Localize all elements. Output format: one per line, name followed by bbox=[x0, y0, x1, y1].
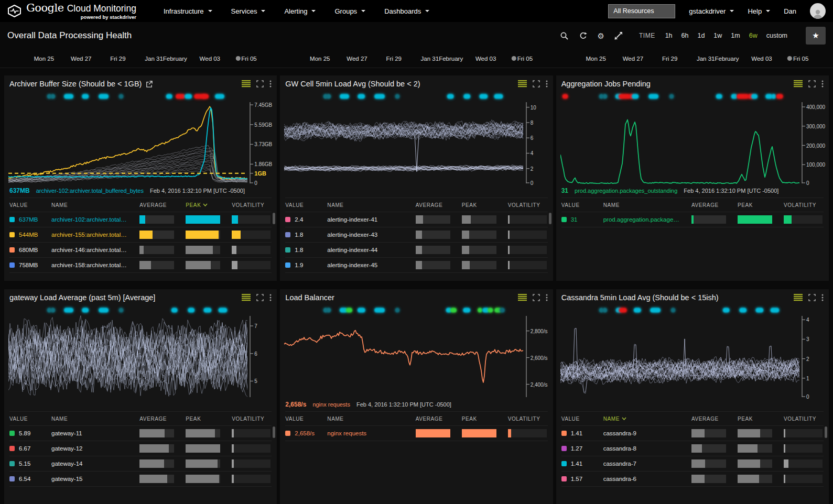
chart-plot[interactable] bbox=[284, 315, 523, 398]
event-dot-red[interactable] bbox=[562, 94, 568, 98]
event-dot-green[interactable] bbox=[451, 308, 457, 312]
column-header-peak[interactable]: PEAK bbox=[738, 416, 772, 422]
time-preset-custom[interactable]: custom bbox=[766, 32, 787, 39]
column-header-volatility[interactable]: VOLATILITY bbox=[232, 202, 271, 208]
column-header-name[interactable]: NAME bbox=[603, 416, 680, 422]
event-dots-strip[interactable] bbox=[284, 92, 523, 100]
table-row-prod-aggregation-packages-outstanding[interactable]: 31prod.aggregation.packages_outstanding bbox=[561, 212, 824, 227]
column-header-peak[interactable]: PEAK bbox=[462, 416, 496, 422]
column-header-peak[interactable]: PEAK bbox=[738, 202, 772, 208]
event-dot-dim[interactable] bbox=[327, 308, 331, 312]
column-header-name[interactable]: NAME bbox=[327, 202, 404, 208]
legend-toggle-icon[interactable] bbox=[242, 80, 251, 87]
event-dot-red[interactable] bbox=[737, 94, 749, 98]
event-dot-red[interactable] bbox=[776, 94, 783, 98]
event-dot-cyan[interactable] bbox=[374, 308, 385, 312]
table-row-archiver-158-archiver-total-buffered-bytes[interactable]: 758MBarchiver-158:archiver.total_buffere… bbox=[9, 257, 272, 272]
column-header-average[interactable]: AVERAGE bbox=[139, 416, 174, 422]
nav-menu-dashboards[interactable]: Dashboards bbox=[384, 7, 429, 15]
table-row-alerting-indexer-45[interactable]: 1.9alerting-indexer-45 bbox=[285, 257, 547, 272]
column-header-name[interactable]: NAME bbox=[51, 416, 128, 422]
column-header-value[interactable]: VALUE bbox=[285, 416, 316, 422]
column-header-average[interactable]: AVERAGE bbox=[691, 416, 726, 422]
event-dot-cyan[interactable] bbox=[215, 94, 224, 98]
legend-toggle-icon[interactable] bbox=[242, 294, 251, 301]
column-header-name[interactable]: NAME bbox=[327, 416, 404, 422]
user-menu[interactable]: Dan bbox=[784, 7, 796, 15]
fullscreen-icon[interactable] bbox=[614, 31, 623, 40]
event-dot-teal[interactable] bbox=[395, 94, 399, 98]
event-dot-cyan[interactable] bbox=[494, 94, 503, 98]
expand-panel-icon[interactable] bbox=[533, 294, 540, 301]
more-options-icon[interactable] bbox=[269, 294, 272, 301]
table-row-nginx-requests[interactable]: 2,658/snginx requests bbox=[285, 425, 547, 441]
table-row-gateway-11[interactable]: 5.89gateway-11 bbox=[9, 425, 272, 441]
column-header-value[interactable]: VALUE bbox=[561, 202, 592, 208]
table-row-gateway-15[interactable]: 6.54gateway-15 bbox=[9, 471, 272, 486]
event-dot-cyan[interactable] bbox=[171, 308, 178, 312]
event-dot-cyan[interactable] bbox=[716, 94, 722, 98]
event-dot-cyan[interactable] bbox=[633, 308, 641, 312]
expand-panel-icon[interactable] bbox=[808, 294, 816, 301]
table-row-gateway-12[interactable]: 6.67gateway-12 bbox=[9, 441, 272, 456]
expand-panel-icon[interactable] bbox=[808, 80, 816, 87]
event-dot-cyan[interactable] bbox=[185, 94, 192, 98]
event-dot-red[interactable] bbox=[202, 94, 209, 98]
table-row-cassandra-8[interactable]: 1.27cassandra-8 bbox=[561, 441, 824, 456]
event-dot-cyan[interactable] bbox=[648, 94, 659, 98]
event-dot-cyan[interactable] bbox=[166, 94, 172, 98]
expand-panel-icon[interactable] bbox=[256, 294, 264, 301]
event-dot-red[interactable] bbox=[176, 94, 185, 98]
chart-plot[interactable] bbox=[560, 101, 799, 184]
event-dot-cyan[interactable] bbox=[480, 94, 488, 98]
event-dot-cyan[interactable] bbox=[770, 308, 779, 312]
event-dot-cyan[interactable] bbox=[99, 308, 109, 312]
table-row-cassandra-6[interactable]: 1.57cassandra-6 bbox=[561, 471, 824, 486]
event-dot-cyan[interactable] bbox=[218, 308, 227, 312]
column-header-volatility[interactable]: VOLATILITY bbox=[784, 416, 823, 422]
event-dot-cyan[interactable] bbox=[203, 308, 211, 312]
resources-search-input[interactable]: All Resources bbox=[608, 4, 675, 18]
more-options-icon[interactable] bbox=[269, 80, 272, 87]
event-dot-green[interactable] bbox=[347, 308, 353, 312]
event-dot-cyan[interactable] bbox=[82, 94, 89, 98]
event-dots-strip[interactable] bbox=[8, 306, 247, 314]
table-row-cassandra-7[interactable]: 1.41cassandra-7 bbox=[561, 456, 824, 471]
event-dot-cyan[interactable] bbox=[64, 308, 73, 312]
event-dot-cyan[interactable] bbox=[650, 308, 661, 312]
nav-menu-groups[interactable]: Groups bbox=[334, 7, 365, 15]
column-header-volatility[interactable]: VOLATILITY bbox=[232, 416, 271, 422]
column-header-volatility[interactable]: VOLATILITY bbox=[508, 202, 547, 208]
external-link-icon[interactable] bbox=[146, 81, 153, 87]
table-scrollbar-thumb[interactable] bbox=[273, 426, 275, 438]
legend-toggle-icon[interactable] bbox=[794, 80, 803, 87]
time-preset-6h[interactable]: 6h bbox=[681, 32, 689, 39]
time-preset-6w[interactable]: 6w bbox=[749, 32, 758, 39]
event-dot-cyan[interactable] bbox=[358, 94, 365, 98]
event-dot-teal[interactable] bbox=[500, 308, 505, 312]
more-options-icon[interactable] bbox=[821, 80, 824, 87]
event-dot-cyan[interactable] bbox=[772, 94, 776, 98]
event-dots-strip[interactable] bbox=[560, 306, 799, 314]
event-dot-cyan[interactable] bbox=[64, 94, 73, 98]
column-header-average[interactable]: AVERAGE bbox=[691, 202, 726, 208]
event-dot-cyan[interactable] bbox=[374, 94, 385, 98]
time-preset-1d[interactable]: 1d bbox=[697, 32, 705, 39]
event-dot-dim[interactable] bbox=[602, 308, 607, 312]
event-dot-red[interactable] bbox=[619, 308, 626, 312]
event-dot-teal[interactable] bbox=[119, 94, 124, 98]
chart-plot[interactable] bbox=[284, 101, 523, 184]
column-header-name[interactable]: NAME bbox=[51, 202, 128, 208]
column-header-name[interactable]: NAME bbox=[603, 202, 680, 208]
column-header-value[interactable]: VALUE bbox=[561, 416, 592, 422]
event-dot-dim[interactable] bbox=[50, 94, 55, 98]
column-header-value[interactable]: VALUE bbox=[285, 202, 316, 208]
expand-panel-icon[interactable] bbox=[533, 80, 540, 87]
table-scrollbar-thumb[interactable] bbox=[273, 213, 275, 224]
more-options-icon[interactable] bbox=[546, 294, 548, 301]
event-dot-cyan[interactable] bbox=[82, 308, 89, 312]
event-dot-cyan[interactable] bbox=[463, 94, 471, 98]
event-dot-dim[interactable] bbox=[327, 94, 331, 98]
time-preset-1w[interactable]: 1w bbox=[713, 32, 722, 39]
time-preset-1m[interactable]: 1m bbox=[731, 32, 740, 39]
